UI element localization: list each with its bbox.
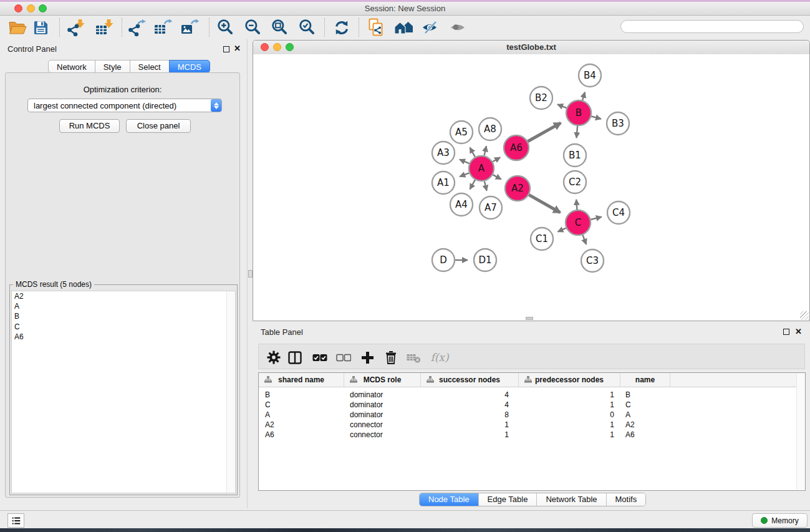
column-header-predecessor-nodes[interactable]: predecessor nodes: [519, 373, 620, 387]
tab-style[interactable]: Style: [95, 60, 130, 73]
export-table-button[interactable]: [152, 17, 173, 38]
graph-edge-C-C3[interactable]: [582, 235, 586, 244]
graph-edge-C-C4[interactable]: [591, 217, 601, 220]
mcds-result-item[interactable]: B: [12, 311, 235, 321]
resize-grip[interactable]: [800, 311, 809, 320]
new-network-from-selection-button[interactable]: [365, 17, 387, 38]
mcds-result-item[interactable]: C: [12, 322, 235, 332]
tab-network-table[interactable]: Network Table: [536, 493, 605, 506]
graph-edge-A-A1[interactable]: [460, 173, 469, 177]
show-all-button[interactable]: [448, 17, 469, 38]
control-panel-close-button[interactable]: ✕: [234, 45, 241, 52]
delete-table-button[interactable]: [405, 349, 422, 366]
checked-boxes-icon: [312, 354, 327, 362]
graph-edge-A-A5[interactable]: [470, 148, 475, 157]
network-window-titlebar[interactable]: testGlobe.txt: [253, 41, 809, 55]
split-panel-button[interactable]: [286, 349, 304, 366]
tab-mcds[interactable]: MCDS: [169, 60, 210, 73]
graph-node-label: D1: [478, 254, 491, 266]
open-session-button[interactable]: [7, 17, 28, 38]
hide-selected-button[interactable]: [420, 17, 441, 38]
column-header-shared-name[interactable]: shared name: [259, 373, 344, 387]
column-header-successor-nodes[interactable]: successor nodes: [421, 373, 519, 387]
column-label: name: [635, 375, 655, 384]
graph-node-label: A4: [455, 199, 468, 210]
graph-edge-C-C1[interactable]: [558, 228, 566, 232]
save-session-button[interactable]: [30, 17, 51, 38]
import-table-icon: [95, 19, 113, 37]
table-row[interactable]: A2connector11A2: [259, 420, 796, 430]
graph-edge-B-B1[interactable]: [576, 126, 577, 138]
zoom-fit-button[interactable]: [269, 17, 290, 38]
zoom-in-button[interactable]: [215, 17, 236, 38]
apply-layout-button[interactable]: [331, 17, 352, 38]
function-builder-button[interactable]: f(x): [427, 349, 452, 366]
import-network-button[interactable]: [65, 17, 86, 38]
graph-edge-A6-B[interactable]: [528, 123, 561, 142]
add-column-button[interactable]: [359, 349, 376, 366]
table-cell: dominator: [344, 390, 421, 399]
graph-edge-A-A6[interactable]: [493, 157, 500, 162]
optimization-criterion-select[interactable]: largest connected component (directed): [27, 99, 222, 112]
graph-edge-B-B4[interactable]: [582, 92, 585, 100]
panel-divider-handle[interactable]: [248, 270, 253, 278]
graph-edge-A-A2[interactable]: [493, 175, 501, 179]
table-row[interactable]: Bdominator41B: [259, 390, 796, 400]
graph-edge-A2-C[interactable]: [529, 195, 560, 212]
graph-edge-A-A4[interactable]: [470, 180, 475, 189]
tab-motifs[interactable]: Motifs: [606, 493, 646, 506]
network-graph[interactable]: B4B2BB3A5A8A6A3B1AA1C2A2A4A7C4CC1C3DD1: [253, 54, 809, 321]
close-panel-button[interactable]: Close panel: [126, 119, 191, 133]
table-scrollbar-track[interactable]: [796, 374, 805, 490]
table-row[interactable]: Adominator80A: [259, 410, 796, 420]
search-input[interactable]: [620, 20, 804, 33]
graph-edge-A-A3[interactable]: [460, 160, 470, 163]
table-panel-float-button[interactable]: [783, 329, 789, 335]
graph-edge-C-C2[interactable]: [576, 200, 577, 210]
graph-node-label: B2: [535, 92, 547, 104]
mcds-result-item[interactable]: A: [12, 301, 235, 311]
tab-node-table[interactable]: Node Table: [420, 493, 478, 506]
graph-node-label: B3: [612, 118, 624, 129]
network-canvas[interactable]: B4B2BB3A5A8A6A3B1AA1C2A2A4A7C4CC1C3DD1: [253, 54, 809, 321]
table-cell: B: [620, 390, 670, 399]
deselect-all-columns-button[interactable]: [335, 349, 352, 366]
column-header-filler: [670, 373, 805, 387]
screen: Session: New Session: [0, 0, 810, 532]
table-row[interactable]: A6connector11A6: [259, 430, 796, 440]
graph-edge-B-B3[interactable]: [591, 116, 601, 118]
table-row[interactable]: Cdominator41C: [259, 400, 796, 410]
panel-divider[interactable]: [247, 39, 248, 508]
table-settings-button[interactable]: [265, 349, 282, 366]
mcds-result-list[interactable]: A2ABCA6: [11, 291, 236, 493]
export-image-button[interactable]: [179, 17, 200, 38]
memory-button[interactable]: Memory: [752, 513, 808, 528]
delete-column-button[interactable]: [382, 349, 400, 366]
mcds-result-item[interactable]: A2: [12, 291, 235, 301]
tab-network[interactable]: Network: [48, 60, 95, 73]
tab-select[interactable]: Select: [130, 60, 170, 73]
tab-edge-table[interactable]: Edge Table: [478, 493, 537, 506]
graph-edge-B-B2[interactable]: [557, 104, 567, 108]
column-header-name[interactable]: name: [620, 373, 670, 387]
graph-node-label: A5: [455, 127, 468, 138]
trash-icon: [385, 351, 397, 364]
mcds-result-item[interactable]: A6: [12, 332, 235, 342]
import-table-button[interactable]: [94, 17, 115, 38]
zoom-selected-button[interactable]: [296, 17, 317, 38]
column-header-mcds-role[interactable]: MCDS role: [344, 373, 421, 387]
run-mcds-button[interactable]: Run MCDS: [59, 119, 120, 133]
canvas-hscroll-thumb[interactable]: [526, 317, 533, 320]
show-task-history-button[interactable]: [7, 513, 24, 528]
graph-edge-A-A7[interactable]: [485, 181, 487, 190]
zoom-out-button[interactable]: [242, 17, 263, 38]
export-network-button[interactable]: [126, 17, 147, 38]
table-panel-close-button[interactable]: ✕: [795, 328, 802, 336]
graph-node-label: A7: [485, 202, 497, 213]
first-neighbors-button[interactable]: [393, 17, 415, 38]
graph-edge-A-A8[interactable]: [485, 146, 486, 155]
select-all-columns-button[interactable]: [311, 349, 329, 366]
float-icon: [783, 329, 789, 335]
control-panel-float-button[interactable]: [223, 46, 229, 52]
scrollbar-track[interactable]: [226, 291, 235, 493]
